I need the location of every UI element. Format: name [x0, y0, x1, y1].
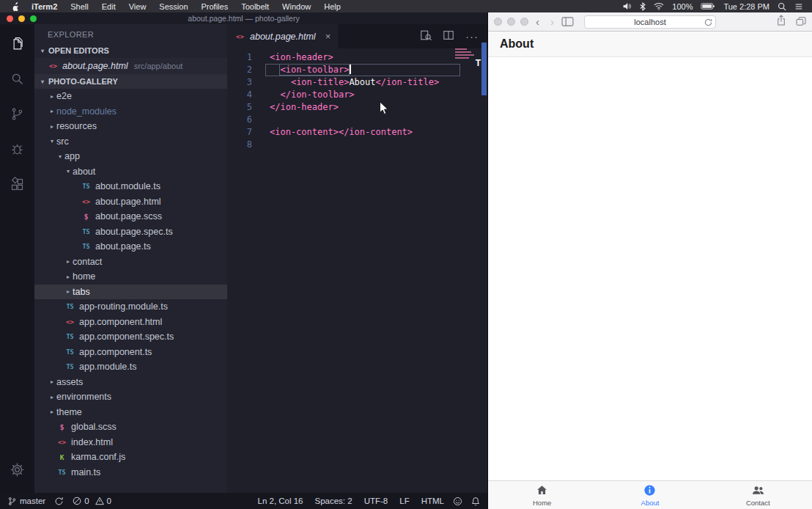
tree-item-app-component-ts[interactable]: TSapp.component.ts [34, 345, 227, 360]
zoom-button[interactable] [520, 18, 528, 26]
git-branch[interactable]: master [7, 497, 45, 506]
tree-item-about-page-scss[interactable]: $about.page.scss [34, 209, 227, 224]
menu-session[interactable]: Session [152, 2, 194, 11]
sidebar-toggle-icon[interactable] [561, 17, 574, 26]
close-tab-icon[interactable]: × [325, 32, 331, 41]
tree-item-about-page-html[interactable]: <>about.page.html [34, 194, 227, 210]
wifi-icon[interactable] [654, 2, 664, 10]
split-editor-icon[interactable] [443, 29, 454, 44]
editor-tab[interactable]: <> about.page.html × [227, 24, 338, 48]
back-icon[interactable]: ‹ [536, 16, 539, 27]
close-button[interactable] [494, 18, 502, 26]
tab-contact[interactable]: Contact [704, 481, 812, 509]
tree-item-resources[interactable]: ▸resources [34, 119, 227, 134]
safari-toolbar[interactable]: ‹ › localhost [488, 12, 812, 32]
code-line-8[interactable]: 8 [227, 139, 487, 151]
minimap[interactable] [455, 47, 474, 60]
menu-profiles[interactable]: Profiles [195, 2, 235, 11]
tree-item-label: app [64, 151, 80, 161]
tab-overview-icon[interactable] [796, 15, 806, 29]
tab-label: Contact [746, 499, 770, 507]
tree-item-global-scss[interactable]: $global.scss [34, 420, 227, 435]
menu-help[interactable]: Help [317, 2, 347, 11]
forward-icon[interactable]: › [550, 16, 554, 27]
tree-item-app-component-html[interactable]: <>app.component.html [34, 315, 227, 330]
code-line-1[interactable]: 1<ion-header> [227, 51, 487, 64]
project-label: PHOTO-GALLERY [48, 77, 118, 86]
explorer-icon[interactable] [0, 26, 34, 61]
minimize-button[interactable] [18, 15, 25, 22]
eol[interactable]: LF [399, 497, 409, 505]
tree-item-environments[interactable]: ▸environments [34, 389, 227, 405]
tree-item-contact[interactable]: ▸contact [34, 254, 227, 270]
menu-bar-clock[interactable]: Tue 2:28 PM [723, 2, 769, 11]
tree-item-karma-conf-js[interactable]: Kkarma.conf.js [34, 450, 227, 465]
open-preview-icon[interactable] [420, 29, 432, 44]
encoding[interactable]: UTF-8 [364, 497, 388, 505]
apple-menu[interactable] [6, 1, 25, 12]
code-line-7[interactable]: 7<ion-content></ion-content> [227, 126, 487, 139]
tree-item-assets[interactable]: ▸assets [34, 375, 227, 390]
code-line-6[interactable]: 6 [227, 114, 487, 126]
menu-window[interactable]: Window [276, 2, 317, 11]
zoom-button[interactable] [30, 15, 37, 22]
open-editor-file: about.page.html [62, 61, 128, 71]
menu-iterm2[interactable]: iTerm2 [25, 2, 64, 11]
sync-icon[interactable] [54, 497, 64, 506]
battery-icon[interactable] [701, 2, 715, 10]
problems-indicator[interactable]: 0 0 [73, 497, 111, 505]
tree-item-node-modules[interactable]: ▸node_modules [34, 104, 227, 120]
language-mode[interactable]: HTML [421, 497, 444, 505]
share-icon[interactable] [777, 15, 786, 29]
tree-item-about[interactable]: ▾about [34, 164, 227, 180]
source-control-icon[interactable] [0, 96, 34, 131]
tree-item-about-module-ts[interactable]: TSabout.module.ts [34, 179, 227, 194]
vscode-title-bar[interactable]: about.page.html — photo-gallery [0, 12, 487, 24]
menu-toolbelt[interactable]: Toolbelt [235, 2, 276, 11]
tree-item-e2e[interactable]: ▸e2e [34, 89, 227, 104]
tree-item-app-module-ts[interactable]: TSapp.module.ts [34, 359, 227, 375]
tab-about[interactable]: About [596, 481, 704, 509]
menu-edit[interactable]: Edit [95, 2, 122, 11]
indentation[interactable]: Spaces: 2 [315, 497, 353, 505]
project-header[interactable]: ▾ PHOTO-GALLERY [34, 74, 227, 89]
tree-item-home[interactable]: ▸home [34, 269, 227, 285]
cursor-position[interactable]: Ln 2, Col 16 [258, 497, 303, 505]
more-actions-icon[interactable]: ··· [465, 33, 479, 40]
tab-home[interactable]: Home [488, 481, 596, 509]
tree-item-src[interactable]: ▾src [34, 134, 227, 150]
reload-icon[interactable] [704, 18, 712, 28]
volume-icon[interactable] [622, 2, 632, 10]
open-editors-header[interactable]: ▾ OPEN EDITORS [34, 43, 227, 58]
menu-shell[interactable]: Shell [64, 2, 95, 11]
tree-item-about-page-spec-ts[interactable]: TSabout.page.spec.ts [34, 224, 227, 240]
notifications-bell-icon[interactable] [471, 497, 480, 506]
minimize-button[interactable] [507, 18, 515, 26]
extensions-icon[interactable] [0, 166, 34, 202]
tree-item-app[interactable]: ▾app [34, 149, 227, 164]
tree-item-app-component-spec-ts[interactable]: TSapp.component.spec.ts [34, 329, 227, 345]
address-bar[interactable]: localhost [584, 15, 716, 29]
tree-item-main-ts[interactable]: TSmain.ts [34, 465, 227, 480]
tree-item-about-page-ts[interactable]: TSabout.page.ts [34, 239, 227, 254]
menu-view[interactable]: View [122, 2, 153, 11]
code-line-2[interactable]: 2 <ion-toolbar> [227, 64, 487, 76]
notification-center-icon[interactable] [794, 2, 803, 11]
code-line-5[interactable]: 5</ion-header> [227, 101, 487, 114]
minimap-char: T [476, 58, 481, 68]
tree-item-theme[interactable]: ▸theme [34, 405, 227, 420]
scrollbar[interactable] [481, 43, 487, 95]
gear-icon[interactable] [0, 452, 34, 487]
search-icon[interactable] [0, 61, 34, 96]
bluetooth-icon[interactable] [640, 2, 646, 11]
tree-item-app-routing-module-ts[interactable]: TSapp-routing.module.ts [34, 299, 227, 315]
tree-item-index-html[interactable]: <>index.html [34, 435, 227, 450]
tree-item-tabs[interactable]: ▸tabs [34, 285, 227, 300]
debug-icon[interactable] [0, 131, 34, 166]
spotlight-icon[interactable] [778, 2, 786, 11]
open-editor-item[interactable]: <> about.page.html src/app/about [34, 58, 227, 74]
code-line-3[interactable]: 3 <ion-title>About</ion-title> [227, 76, 487, 89]
feedback-smiley-icon[interactable] [453, 497, 462, 506]
close-button[interactable] [7, 15, 13, 22]
code-line-4[interactable]: 4 </ion-toolbar> [227, 89, 487, 101]
